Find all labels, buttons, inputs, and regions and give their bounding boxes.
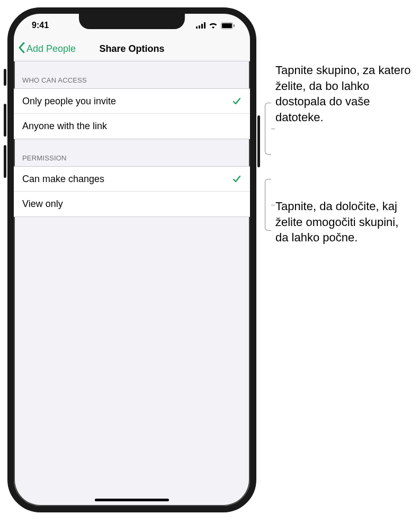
checkmark-icon bbox=[232, 174, 242, 184]
row-label: Anyone with the link bbox=[22, 121, 107, 132]
permission-list: Can make changes View only bbox=[14, 166, 250, 217]
callout-bracket bbox=[271, 129, 275, 129]
callout-bracket bbox=[265, 179, 271, 231]
wifi-icon bbox=[209, 22, 218, 29]
callout-bracket bbox=[265, 103, 271, 155]
back-button[interactable]: Add People bbox=[14, 42, 76, 56]
volume-down-button bbox=[4, 145, 6, 178]
status-right bbox=[196, 22, 235, 29]
callout-permission: Tapnite, da določite, kaj želite omogoči… bbox=[275, 199, 413, 246]
nav-bar: Add People Share Options bbox=[14, 37, 250, 61]
status-time: 9:41 bbox=[32, 21, 49, 30]
svg-rect-5 bbox=[222, 23, 232, 28]
side-button bbox=[257, 115, 260, 167]
back-label: Add People bbox=[26, 43, 76, 55]
callout-access: Tapnite skupino, za katero želite, da bo… bbox=[275, 62, 413, 125]
section-header-access: WHO CAN ACCESS bbox=[14, 61, 250, 88]
volume-up-button bbox=[4, 104, 6, 137]
svg-rect-0 bbox=[196, 26, 198, 29]
row-label: View only bbox=[22, 199, 63, 210]
permission-row-can-edit[interactable]: Can make changes bbox=[14, 167, 250, 192]
cellular-signal-icon bbox=[196, 22, 205, 29]
svg-rect-1 bbox=[199, 25, 200, 29]
row-label: Only people you invite bbox=[22, 96, 116, 107]
access-row-anyone-link[interactable]: Anyone with the link bbox=[14, 114, 250, 139]
access-list: Only people you invite Anyone with the l… bbox=[14, 88, 250, 139]
checkmark-icon bbox=[232, 96, 242, 106]
home-indicator bbox=[95, 499, 169, 501]
chevron-left-icon bbox=[18, 42, 25, 56]
page-title: Share Options bbox=[99, 43, 164, 55]
row-label: Can make changes bbox=[22, 174, 104, 185]
section-header-permission: PERMISSION bbox=[14, 139, 250, 166]
battery-icon bbox=[221, 22, 235, 29]
svg-rect-6 bbox=[234, 24, 235, 27]
notch bbox=[79, 13, 185, 29]
svg-rect-3 bbox=[204, 22, 205, 29]
permission-row-view-only[interactable]: View only bbox=[14, 192, 250, 217]
silent-switch bbox=[4, 69, 6, 86]
svg-rect-2 bbox=[201, 24, 203, 29]
callout-bracket bbox=[271, 205, 275, 205]
phone-frame: 9:41 Add People Share Options WHO CAN AC… bbox=[7, 7, 256, 512]
access-row-invite-only[interactable]: Only people you invite bbox=[14, 89, 250, 114]
